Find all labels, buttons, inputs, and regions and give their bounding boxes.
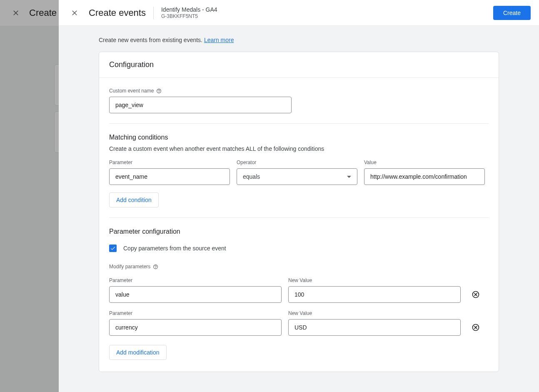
- matching-conditions-description: Create a custom event when another event…: [109, 145, 489, 152]
- panel-title: Create events: [89, 7, 146, 18]
- configuration-card: Configuration Custom event name Matching…: [99, 52, 499, 372]
- remove-circle-icon: [472, 323, 480, 332]
- modify-parameter-row: Parameter New Value: [109, 310, 489, 336]
- modify-parameter-label: Parameter: [109, 310, 282, 316]
- modify-parameter-input[interactable]: [109, 319, 282, 336]
- header-divider: [153, 7, 154, 19]
- condition-parameter-input[interactable]: [109, 168, 230, 185]
- panel-body: Create new events from existing events. …: [59, 26, 539, 392]
- condition-value-input[interactable]: [364, 168, 485, 185]
- copy-parameters-checkbox[interactable]: [109, 245, 117, 252]
- modify-parameters-label: Modify parameters: [109, 264, 489, 270]
- parameter-configuration-title: Parameter configuration: [109, 228, 489, 235]
- modify-new-value-input[interactable]: [288, 319, 461, 336]
- checkmark-icon: [110, 245, 116, 251]
- intro-text: Create new events from existing events. …: [99, 37, 499, 43]
- condition-row: Parameter Operator equals Value: [109, 160, 489, 185]
- condition-operator-select[interactable]: equals: [237, 168, 357, 185]
- help-icon[interactable]: [156, 88, 162, 94]
- configuration-title: Configuration: [109, 60, 489, 69]
- section-divider: [109, 123, 489, 124]
- custom-event-name-label: Custom event name: [109, 88, 489, 94]
- help-icon[interactable]: [153, 264, 158, 270]
- modify-new-value-label: New Value: [288, 310, 461, 316]
- condition-parameter-label: Parameter: [109, 160, 230, 165]
- modify-parameter-row: Parameter New Value: [109, 277, 489, 303]
- modify-parameter-label: Parameter: [109, 277, 282, 283]
- card-body: Custom event name Matching conditions Cr…: [99, 78, 499, 372]
- remove-modification-button[interactable]: [467, 319, 484, 336]
- section-divider: [109, 217, 489, 218]
- modify-new-value-input[interactable]: [288, 286, 461, 303]
- panel-header: Create events Identify Medals - GA4 G-3B…: [59, 0, 539, 26]
- learn-more-link[interactable]: Learn more: [204, 37, 234, 43]
- chevron-down-icon: [347, 176, 351, 178]
- copy-parameters-label: Copy parameters from the source event: [123, 245, 226, 252]
- add-modification-button[interactable]: Add modification: [109, 345, 167, 360]
- property-name: Identify Medals - GA4: [161, 6, 217, 13]
- property-info: Identify Medals - GA4 G-3BKKFF5NT5: [161, 6, 217, 19]
- condition-operator-label: Operator: [237, 160, 357, 165]
- add-condition-button[interactable]: Add condition: [109, 192, 159, 207]
- custom-event-label-text: Custom event name: [109, 88, 154, 94]
- condition-operator-value: equals: [243, 173, 260, 180]
- copy-parameters-row: Copy parameters from the source event: [109, 245, 489, 252]
- remove-circle-icon: [472, 290, 480, 299]
- custom-event-name-input[interactable]: [109, 97, 292, 113]
- create-events-panel: Create events Identify Medals - GA4 G-3B…: [59, 0, 539, 392]
- condition-value-label: Value: [364, 160, 485, 165]
- intro-text-content: Create new events from existing events.: [99, 37, 204, 43]
- close-icon: [70, 9, 79, 17]
- card-header: Configuration: [99, 52, 499, 78]
- modify-parameter-input[interactable]: [109, 286, 282, 303]
- remove-modification-button[interactable]: [467, 286, 484, 303]
- property-id: G-3BKKFF5NT5: [161, 13, 217, 19]
- matching-conditions-title: Matching conditions: [109, 134, 489, 141]
- close-button[interactable]: [70, 8, 80, 18]
- create-button[interactable]: Create: [493, 6, 531, 20]
- modify-parameters-label-text: Modify parameters: [109, 264, 150, 270]
- modify-new-value-label: New Value: [288, 277, 461, 283]
